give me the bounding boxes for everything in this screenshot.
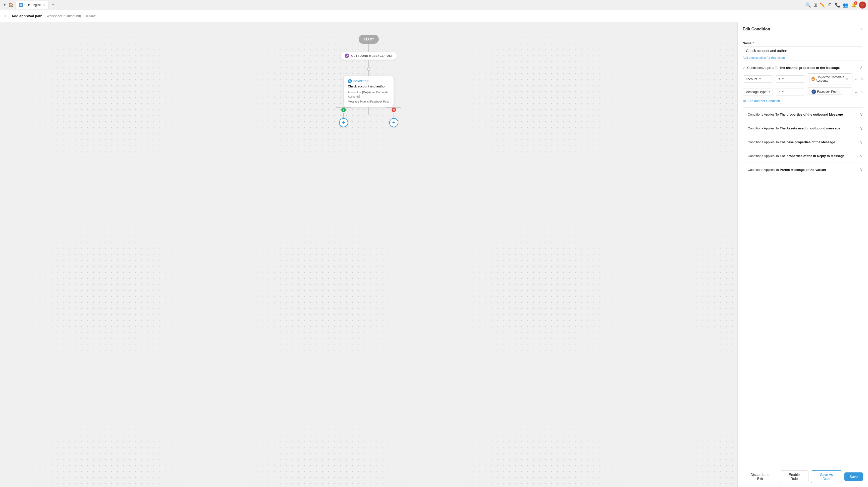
add-left-button[interactable]: + [339, 118, 348, 127]
breadcrumb: (Workspace / Outbound) [45, 14, 81, 18]
spark-icon[interactable]: ✦ [2, 2, 7, 7]
condition-field-select-1[interactable]: Message Type▾ [743, 88, 773, 95]
back-button[interactable]: ← [4, 13, 8, 19]
section-header-channel[interactable]: ✓ Conditions Applies To The channel prop… [743, 65, 863, 70]
flow-container: START ⇗ OUTBOUND MESSAGE/POST ⊙ CONDITIO… [336, 35, 401, 127]
section-header-case[interactable]: Conditions Applies To The case propertie… [743, 139, 863, 145]
condition-value-box-0[interactable]: A [DA] Acme Corporate Accounts × [807, 73, 852, 85]
avatar[interactable]: P [859, 1, 866, 8]
section-chevron-parent[interactable]: ∨ [860, 167, 863, 172]
condition-section-inreply: Conditions Applies To The properties of … [743, 149, 863, 162]
condition-header-label: CONDITION [353, 80, 369, 83]
condition-value-box-1[interactable]: f Facebook Post × [807, 87, 852, 96]
start-label: START [364, 37, 374, 41]
calendar-icon[interactable]: 🗓 [828, 2, 832, 7]
condition-section-case: Conditions Applies To The case propertie… [743, 135, 863, 149]
condition-field-select-0[interactable]: Account▾ [743, 75, 773, 83]
tab-bar: Rule Engine × + [16, 1, 803, 9]
name-field-group: Name * Add a description for this action [743, 41, 863, 60]
connector-circle [367, 68, 370, 71]
yes-badge: Y [341, 108, 346, 112]
condition-section-outbound: Conditions Applies To The properties of … [743, 107, 863, 121]
connector-line-2 [368, 60, 369, 68]
panel-body: Name * Add a description for this action… [738, 36, 868, 466]
discard-button[interactable]: Discard and Exit [743, 470, 777, 483]
condition-operator-select-0[interactable]: Is▾ [775, 75, 805, 83]
condition-section-channel: ✓ Conditions Applies To The channel prop… [743, 61, 863, 107]
condition-tag: f Facebook Post × [809, 89, 842, 95]
section-title-channel: Conditions Applies To The channel proper… [747, 66, 840, 70]
section-chevron-case[interactable]: ∨ [860, 139, 863, 145]
section-header-assets[interactable]: Conditions Applies To The Assets used in… [743, 125, 863, 131]
name-field-label: Name * [743, 41, 863, 45]
outbound-label: OUTBOUND MESSAGE/POST [351, 54, 393, 57]
start-node: START [359, 35, 379, 44]
no-badge: N [392, 108, 396, 112]
canvas-area[interactable]: START ⇗ OUTBOUND MESSAGE/POST ⊙ CONDITIO… [0, 22, 737, 487]
search-icon[interactable]: 🔍 [805, 2, 811, 8]
condition-detail: Account Is [[DA] Acme Corporate Accounts… [348, 90, 390, 104]
section-chevron-inreply[interactable]: ∨ [860, 153, 863, 158]
panel-title: Edit Condition [743, 27, 770, 31]
panel-footer: Discard and Exit Enable Rule Save As Dra… [738, 466, 868, 487]
section-header-parent[interactable]: Conditions Applies To Parent Message of … [743, 167, 863, 172]
section-title-parent: Conditions Applies To Parent Message of … [748, 168, 826, 172]
new-tab-btn[interactable]: + [50, 1, 57, 8]
section-title-case: Conditions Applies To The case propertie… [748, 140, 835, 144]
app-bar: ← Add approval path (Workspace / Outboun… [0, 10, 868, 22]
browser-nav-icons: ✦ 🏠 [2, 2, 13, 7]
edit-icon[interactable]: ✏️ [820, 2, 825, 8]
section-chevron-channel[interactable]: ∧ [860, 65, 863, 70]
condition-section-assets: Conditions Applies To The Assets used in… [743, 121, 863, 135]
save-button[interactable]: Save [844, 473, 863, 481]
condition-delete-btn-0[interactable]: × [861, 77, 863, 81]
add-condition-btn[interactable]: ⊕ Add another Condition [743, 98, 863, 103]
tab-close-btn[interactable]: × [43, 3, 45, 7]
page-title: Add approval path [11, 14, 42, 18]
condition-detail-1: Account Is [[DA] Acme Corporate Accounts… [348, 90, 390, 98]
browser-bar: ✦ 🏠 Rule Engine × + 🔍 ⊞ ✏️ 🗓 📞 👥 🔔 2 P [0, 0, 868, 10]
tab-favicon [19, 3, 23, 7]
section-chevron-assets[interactable]: ∨ [860, 125, 863, 131]
draft-badge: Draft [86, 14, 95, 18]
tag-icon-account: A [811, 77, 815, 81]
section-chevron-outbound[interactable]: ∨ [860, 112, 863, 117]
connector-line-3 [368, 71, 369, 76]
panel-close-btn[interactable]: × [860, 26, 863, 32]
people-icon[interactable]: 👥 [843, 2, 848, 8]
phone-icon[interactable]: 📞 [835, 2, 840, 8]
condition-delete-btn-1[interactable]: × [861, 89, 863, 94]
draft-dot [86, 15, 88, 17]
tag-label: [DA] Acme Corporate Accounts [816, 75, 845, 83]
add-description-link[interactable]: Add a description for this action [743, 56, 785, 60]
condition-expand-btn-1[interactable]: ⌄ [855, 89, 858, 94]
notification-badge: 2 [854, 1, 858, 5]
condition-section-parent: Conditions Applies To Parent Message of … [743, 162, 863, 176]
branch-right-line [394, 113, 394, 118]
add-condition-label: Add another Condition [747, 99, 780, 103]
condition-operator-select-1[interactable]: Is▾ [775, 88, 805, 95]
condition-header: ⊙ CONDITION [348, 79, 390, 83]
tab-label: Rule Engine [24, 3, 41, 7]
condition-node[interactable]: ⊙ CONDITION Check account and author Acc… [344, 76, 394, 107]
browser-right-icons: 🔍 ⊞ ✏️ 🗓 📞 👥 🔔 2 P [805, 1, 866, 8]
bell-icon[interactable]: 🔔 2 [851, 2, 857, 8]
outbound-node[interactable]: ⇗ OUTBOUND MESSAGE/POST [340, 52, 397, 60]
tag-close-btn[interactable]: × [846, 77, 848, 81]
section-header-outbound[interactable]: Conditions Applies To The properties of … [743, 112, 863, 117]
add-right-button[interactable]: + [389, 118, 398, 127]
active-tab[interactable]: Rule Engine × [16, 1, 49, 9]
tag-close-btn[interactable]: × [838, 90, 840, 93]
required-asterisk: * [752, 41, 754, 45]
grid-icon[interactable]: ⊞ [813, 2, 817, 8]
sections-container: ✓ Conditions Applies To The channel prop… [743, 61, 863, 176]
condition-expand-btn-0[interactable]: ⌄ [855, 77, 858, 82]
enable-rule-button[interactable]: Enable Rule [780, 470, 808, 483]
name-input[interactable] [743, 47, 863, 55]
condition-row-1: Message Type▾ Is▾ f Facebook Post × [743, 87, 863, 96]
section-header-inreply[interactable]: Conditions Applies To The properties of … [743, 153, 863, 158]
condition-detail-2: Message Type Is [Facebook Post] [348, 99, 390, 104]
home-icon[interactable]: 🏠 [8, 2, 13, 7]
tag-icon-message-type: f [811, 89, 816, 94]
save-draft-button[interactable]: Save As Draft [811, 470, 842, 483]
